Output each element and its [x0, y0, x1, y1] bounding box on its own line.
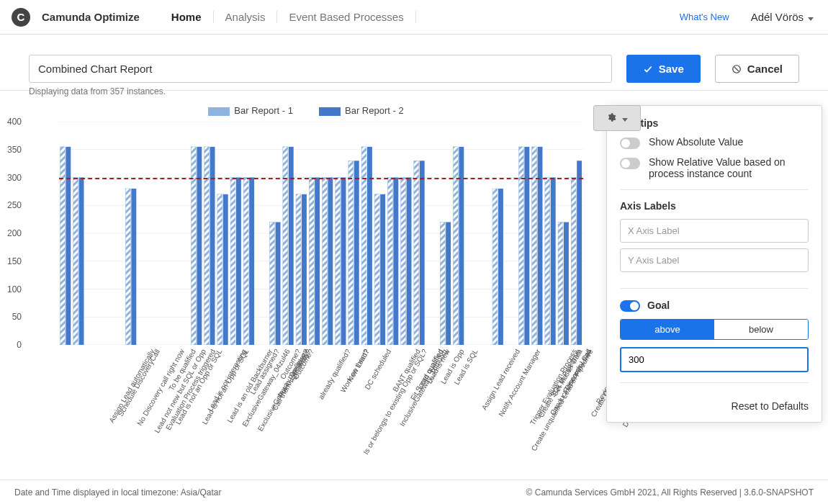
chevron-down-icon [622, 112, 628, 124]
svg-rect-68 [577, 161, 582, 345]
cancel-button[interactable]: Cancel [715, 55, 799, 83]
nav-home[interactable]: Home [160, 11, 214, 23]
svg-rect-20 [197, 147, 202, 345]
axis-labels-heading: Axis Labels [620, 200, 809, 212]
nav-analysis[interactable]: Analysis [214, 11, 278, 23]
toggle-show-absolute[interactable] [620, 138, 640, 149]
svg-rect-17 [125, 189, 130, 345]
legend-swatch-1 [208, 107, 230, 116]
footer-timezone: Date and Time displayed in local timezon… [14, 487, 221, 498]
svg-rect-54 [446, 222, 451, 346]
svg-rect-49 [401, 178, 406, 346]
svg-rect-46 [380, 194, 385, 345]
svg-rect-57 [492, 189, 498, 345]
user-menu[interactable]: Adél Vörös [751, 11, 814, 23]
gear-icon [606, 112, 616, 125]
chart: Bar Report - 1 Bar Report - 2 0501001502… [29, 105, 583, 465]
app-logo: C [12, 8, 30, 27]
chart-settings-button[interactable] [593, 105, 641, 131]
svg-rect-35 [309, 178, 314, 346]
reset-to-defaults[interactable]: Reset to Defaults [620, 393, 809, 412]
svg-rect-29 [270, 222, 275, 346]
legend-item-2[interactable]: Bar Report - 2 [319, 105, 404, 116]
svg-rect-67 [571, 178, 576, 346]
goal-line [59, 178, 583, 179]
svg-rect-64 [551, 178, 556, 346]
svg-rect-45 [374, 194, 379, 345]
svg-rect-43 [361, 147, 366, 345]
svg-rect-23 [217, 194, 222, 345]
svg-rect-41 [348, 161, 354, 345]
svg-rect-34 [302, 194, 307, 345]
svg-rect-56 [459, 147, 464, 345]
goal-value-input[interactable] [620, 347, 809, 372]
toggle-show-relative[interactable] [620, 158, 640, 169]
svg-rect-61 [532, 147, 537, 345]
legend-swatch-2 [319, 107, 341, 116]
svg-rect-38 [328, 178, 333, 346]
seg-below[interactable]: below [714, 320, 808, 339]
svg-rect-14 [66, 147, 71, 345]
svg-rect-60 [524, 147, 529, 345]
user-name: Adél Vörös [751, 11, 804, 23]
toggle-goal[interactable] [620, 300, 640, 312]
svg-rect-36 [315, 178, 320, 346]
svg-rect-48 [393, 178, 398, 346]
svg-rect-55 [453, 147, 458, 345]
svg-rect-18 [131, 189, 136, 345]
chevron-down-icon [808, 11, 814, 23]
save-button[interactable]: Save [626, 55, 701, 83]
svg-rect-33 [296, 194, 301, 345]
svg-rect-39 [336, 178, 341, 346]
chart-settings-panel: Tooltips Show Absolute Value Show Relati… [606, 105, 822, 423]
toggle-show-absolute-label: Show Absolute Value [649, 136, 743, 148]
goal-direction-segmented[interactable]: above below [620, 319, 809, 340]
report-name-input[interactable] [29, 55, 612, 83]
svg-rect-26 [236, 178, 241, 346]
svg-rect-52 [420, 161, 425, 345]
svg-rect-59 [518, 147, 523, 345]
nav-event-based-processes[interactable]: Event Based Processes [277, 11, 415, 23]
svg-rect-58 [498, 189, 503, 345]
svg-rect-42 [354, 161, 359, 345]
svg-rect-19 [191, 147, 196, 345]
cancel-button-label: Cancel [747, 63, 783, 75]
svg-rect-63 [545, 178, 550, 346]
svg-rect-21 [204, 147, 210, 345]
svg-rect-62 [538, 147, 543, 345]
svg-rect-50 [407, 178, 412, 346]
svg-rect-66 [564, 222, 569, 346]
svg-rect-28 [249, 178, 254, 346]
product-name: Camunda Optimize [42, 11, 140, 23]
svg-rect-27 [243, 178, 248, 346]
save-button-label: Save [659, 63, 684, 75]
check-icon [643, 64, 653, 74]
svg-rect-65 [558, 222, 563, 346]
svg-rect-44 [367, 147, 372, 345]
x-axis-labels: Assign Lead automaticallySchedule Discov… [59, 345, 583, 460]
y-axis-label-input[interactable] [620, 248, 809, 272]
goal-label: Goal [647, 300, 670, 311]
svg-rect-40 [341, 178, 346, 346]
svg-rect-13 [60, 147, 65, 345]
tooltips-heading: Tooltips [620, 117, 809, 129]
svg-rect-51 [414, 161, 419, 345]
legend-label-2: Bar Report - 2 [345, 105, 404, 116]
toggle-show-relative-label: Show Relative Value based on process ins… [649, 156, 809, 179]
legend-label-1: Bar Report - 1 [234, 105, 293, 116]
legend-item-1[interactable]: Bar Report - 1 [208, 105, 293, 116]
svg-rect-53 [440, 222, 445, 346]
cancel-icon [732, 64, 742, 74]
svg-rect-15 [73, 178, 78, 346]
svg-rect-47 [387, 178, 392, 346]
svg-line-1 [734, 67, 739, 71]
x-axis-label-input[interactable] [620, 219, 809, 243]
svg-rect-16 [79, 178, 84, 346]
whats-new-link[interactable]: What's New [680, 12, 729, 22]
svg-rect-32 [289, 147, 294, 345]
svg-rect-37 [322, 178, 327, 346]
svg-rect-24 [223, 194, 228, 345]
plot-area [59, 122, 583, 345]
seg-above[interactable]: above [621, 320, 714, 339]
footer-copyright: © Camunda Services GmbH 2021, All Rights… [526, 487, 814, 498]
